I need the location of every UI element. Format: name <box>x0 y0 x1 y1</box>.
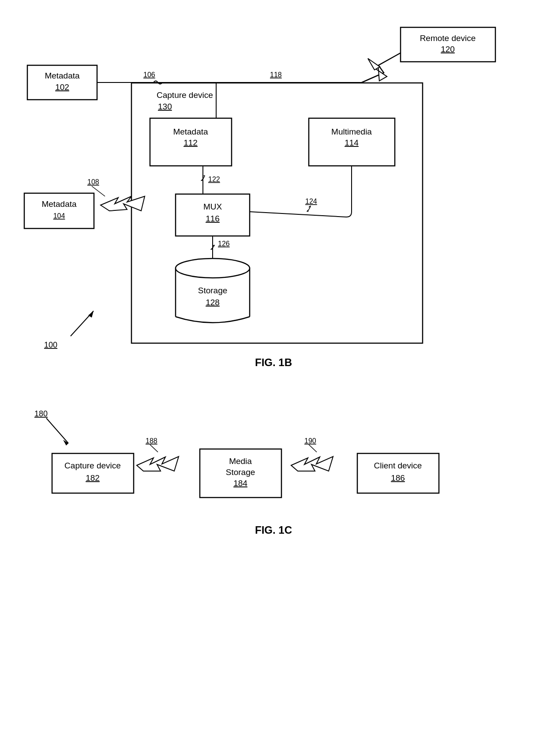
svg-text:FIG. 1C: FIG. 1C <box>255 524 292 536</box>
svg-text:108: 108 <box>87 178 99 186</box>
svg-text:180: 180 <box>34 409 48 418</box>
svg-text:188: 188 <box>146 437 157 445</box>
diagram-container: Metadata 102 Metadata 104 Remote device … <box>0 0 547 756</box>
svg-text:118: 118 <box>270 71 282 79</box>
svg-text:106: 106 <box>143 71 155 79</box>
svg-text:Remote device: Remote device <box>420 34 476 43</box>
svg-text:Metadata: Metadata <box>41 199 77 209</box>
svg-text:100: 100 <box>44 341 57 349</box>
svg-text:Metadata: Metadata <box>173 127 208 136</box>
svg-text:Storage: Storage <box>198 286 228 295</box>
svg-text:116: 116 <box>206 214 220 223</box>
svg-point-92 <box>176 258 250 278</box>
svg-text:186: 186 <box>391 473 405 483</box>
svg-text:120: 120 <box>441 45 455 54</box>
svg-text:102: 102 <box>55 82 69 92</box>
svg-text:Multimedia: Multimedia <box>331 127 372 136</box>
svg-text:Metadata: Metadata <box>45 71 80 80</box>
svg-text:112: 112 <box>184 138 198 147</box>
svg-text:114: 114 <box>345 138 359 147</box>
svg-text:FIG. 1B: FIG. 1B <box>255 356 292 368</box>
svg-text:Media: Media <box>229 457 252 466</box>
svg-text:124: 124 <box>305 198 317 205</box>
svg-text:128: 128 <box>206 298 220 307</box>
clean-diagram-svg: Metadata 102 Metadata 104 Remote device … <box>0 0 547 756</box>
svg-text:Capture device: Capture device <box>64 461 121 470</box>
svg-text:184: 184 <box>233 479 247 488</box>
svg-text:MUX: MUX <box>203 202 222 211</box>
svg-text:182: 182 <box>86 473 100 483</box>
svg-text:126: 126 <box>218 240 230 247</box>
svg-text:190: 190 <box>304 437 316 445</box>
svg-rect-71 <box>24 193 94 228</box>
svg-text:Client device: Client device <box>374 461 422 470</box>
svg-text:Storage: Storage <box>226 468 255 477</box>
svg-text:104: 104 <box>53 212 65 220</box>
svg-text:122: 122 <box>208 176 220 183</box>
svg-text:Capture device: Capture device <box>157 90 213 100</box>
svg-text:130: 130 <box>158 102 172 111</box>
